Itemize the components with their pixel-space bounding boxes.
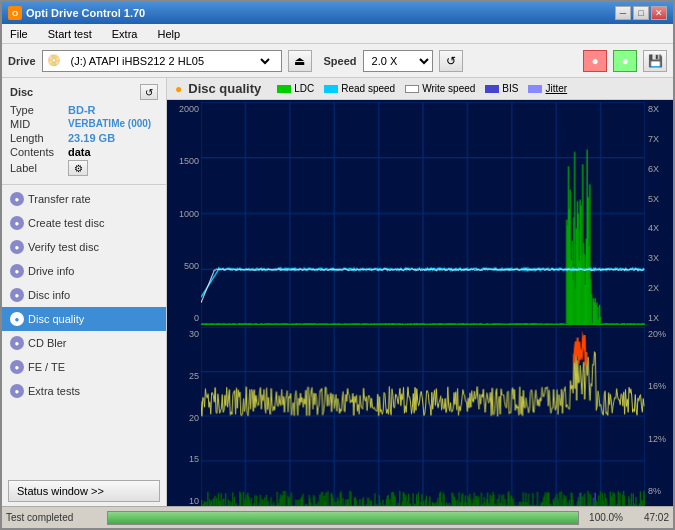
y-7x: 7X [648, 134, 668, 144]
upper-y-axis-right: 8X 7X 6X 5X 4X 3X 2X 1X [645, 102, 671, 325]
type-label: Type [10, 104, 68, 116]
mid-label: MID [10, 118, 68, 130]
upper-chart [201, 102, 645, 325]
speed-label: Speed [324, 55, 357, 67]
sidebar-item-create-test-disc[interactable]: ● Create test disc [2, 211, 166, 235]
sidebar-item-drive-info[interactable]: ● Drive info [2, 259, 166, 283]
sidebar-item-cd-bler[interactable]: ● CD Bler [2, 331, 166, 355]
menu-extra[interactable]: Extra [108, 27, 142, 41]
speed-select[interactable]: 2.0 X [363, 50, 433, 72]
sidebar-item-disc-quality[interactable]: ● Disc quality [2, 307, 166, 331]
menubar: File Start test Extra Help [2, 24, 673, 44]
progress-label: Test completed [6, 512, 101, 523]
y-15: 15 [171, 454, 199, 464]
legend-jitter: Jitter [528, 83, 567, 94]
y-0: 0 [171, 313, 199, 323]
jitter-color [528, 85, 542, 93]
toolbar: Drive 📀 (J:) ATAPI iHBS212 2 HL05 ⏏ Spee… [2, 44, 673, 78]
y-2000: 2000 [171, 104, 199, 114]
read-speed-label: Read speed [341, 83, 395, 94]
length-value: 23.19 GB [68, 132, 115, 144]
legend-read-speed: Read speed [324, 83, 395, 94]
title-bar: O Opti Drive Control 1.70 ─ □ ✕ [2, 2, 673, 24]
y-3x: 3X [648, 253, 668, 263]
save-button[interactable]: 💾 [643, 50, 667, 72]
y-4x: 4X [648, 223, 668, 233]
sidebar-label-fe-te: FE / TE [28, 361, 65, 373]
legend-ldc: LDC [277, 83, 314, 94]
progress-time: 47:02 [629, 512, 669, 523]
app-window: O Opti Drive Control 1.70 ─ □ ✕ File Sta… [0, 0, 675, 530]
disc-label-label: Label [10, 162, 68, 174]
color2-button[interactable]: ● [613, 50, 637, 72]
verify-test-disc-icon: ● [10, 240, 24, 254]
main-area: Disc ↺ Type BD-R MID VERBATIMe (000) Len… [2, 78, 673, 506]
sidebar-item-disc-info[interactable]: ● Disc info [2, 283, 166, 307]
mid-value: VERBATIMe (000) [68, 118, 151, 130]
disc-label-settings-button[interactable]: ⚙ [68, 160, 88, 176]
progress-percent: 100.0% [585, 512, 623, 523]
y-8x: 8X [648, 104, 668, 114]
y-1500: 1500 [171, 156, 199, 166]
disc-quality-icon: ● [10, 312, 24, 326]
drive-select[interactable]: (J:) ATAPI iHBS212 2 HL05 [63, 50, 273, 72]
pct-16: 16% [648, 381, 668, 391]
lower-y-axis: 30 25 20 15 10 5 [169, 327, 201, 506]
chart-legend: LDC Read speed Write speed [277, 83, 475, 94]
sidebar-item-verify-test-disc[interactable]: ● Verify test disc [2, 235, 166, 259]
legend-bis: BIS [485, 83, 518, 94]
lower-y-axis-right: 20% 16% 12% 8% 4% [645, 327, 671, 506]
app-icon: O [8, 6, 22, 20]
status-window-button[interactable]: Status window >> [8, 480, 160, 502]
create-test-disc-icon: ● [10, 216, 24, 230]
maximize-button[interactable]: □ [633, 6, 649, 20]
drive-label: Drive [8, 55, 36, 67]
extra-tests-icon: ● [10, 384, 24, 398]
lower-chart-wrapper: 30 25 20 15 10 5 20% 16% 12% 8% 4% [169, 327, 671, 506]
lower-chart [201, 327, 645, 506]
menu-help[interactable]: Help [153, 27, 184, 41]
y-1x: 1X [648, 313, 668, 323]
sidebar-label-extra-tests: Extra tests [28, 385, 80, 397]
sidebar-label-transfer-rate: Transfer rate [28, 193, 91, 205]
write-speed-color [405, 85, 419, 93]
progress-bar-outer [107, 511, 579, 525]
menu-start-test[interactable]: Start test [44, 27, 96, 41]
contents-value: data [68, 146, 91, 158]
content-header: ● Disc quality LDC Read speed Write spee… [167, 78, 673, 100]
contents-label: Contents [10, 146, 68, 158]
disc-refresh-button[interactable]: ↺ [140, 84, 158, 100]
close-button[interactable]: ✕ [651, 6, 667, 20]
write-speed-label: Write speed [422, 83, 475, 94]
pct-20: 20% [648, 329, 668, 339]
sidebar: Disc ↺ Type BD-R MID VERBATIMe (000) Len… [2, 78, 167, 506]
color1-button[interactable]: ● [583, 50, 607, 72]
sidebar-label-create-test-disc: Create test disc [28, 217, 104, 229]
ldc-label: LDC [294, 83, 314, 94]
fe-te-icon: ● [10, 360, 24, 374]
chart-legend2: BIS Jitter [485, 83, 567, 94]
minimize-button[interactable]: ─ [615, 6, 631, 20]
refresh-button[interactable]: ↺ [439, 50, 463, 72]
sidebar-label-disc-info: Disc info [28, 289, 70, 301]
bis-color [485, 85, 499, 93]
app-title: Opti Drive Control 1.70 [26, 7, 145, 19]
y-2x: 2X [648, 283, 668, 293]
legend-write-speed: Write speed [405, 83, 475, 94]
sidebar-label-disc-quality: Disc quality [28, 313, 84, 325]
y-25: 25 [171, 371, 199, 381]
y-5x: 5X [648, 194, 668, 204]
sidebar-item-extra-tests[interactable]: ● Extra tests [2, 379, 166, 403]
sidebar-item-fe-te[interactable]: ● FE / TE [2, 355, 166, 379]
eject-button[interactable]: ⏏ [288, 50, 312, 72]
menu-file[interactable]: File [6, 27, 32, 41]
sidebar-item-transfer-rate[interactable]: ● Transfer rate [2, 187, 166, 211]
y-500: 500 [171, 261, 199, 271]
pct-12: 12% [648, 434, 668, 444]
transfer-rate-icon: ● [10, 192, 24, 206]
disc-info-icon: ● [10, 288, 24, 302]
disc-quality-header-icon: ● [175, 82, 182, 96]
y-30: 30 [171, 329, 199, 339]
bis-label: BIS [502, 83, 518, 94]
sidebar-label-cd-bler: CD Bler [28, 337, 67, 349]
